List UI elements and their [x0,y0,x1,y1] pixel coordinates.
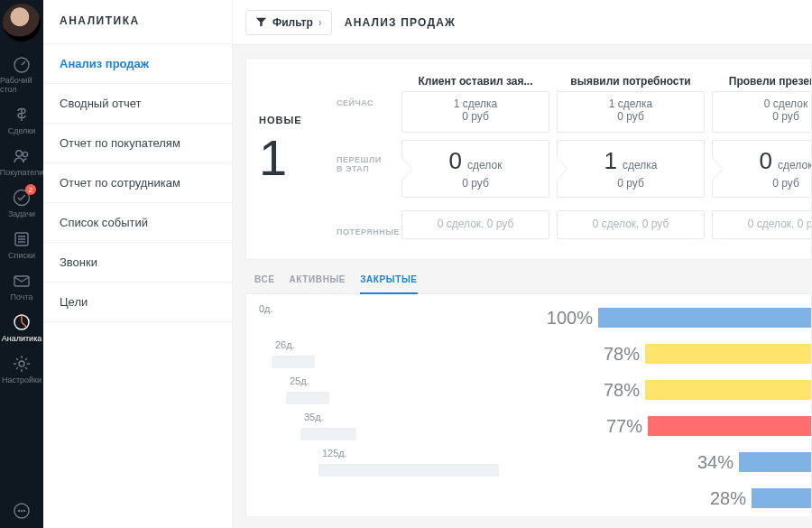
content: НОВЫЕ 1 СЕЙЧАС ПЕРЕШЛИ В ЭТАП ПОТЕРЯННЫЕ… [233,45,812,528]
nav-item-2[interactable]: Покупатели [0,141,43,182]
now-deals: 1 сделка [402,97,549,110]
nav-chat[interactable] [0,496,43,528]
stage-title: Провели презентац... [712,75,811,91]
funnel-step [272,356,315,368]
sidebar-item-5[interactable]: Звонки [43,243,232,283]
funnel-bar [648,416,811,436]
stage-lost-tile[interactable]: 0 сделок, 0 руб [401,210,549,239]
lost-text: 0 сделок, 0 руб [438,218,514,230]
moved-rub: 0 руб [558,177,704,190]
lost-text: 0 сделок, 0 руб [748,218,811,230]
stage-moved-tile[interactable]: 0сделок0 руб [401,140,549,198]
dollar-icon [12,105,32,125]
nav-label: Покупатели [0,168,43,177]
moved-rub: 0 руб [713,177,811,190]
nav-item-5[interactable]: Почта [0,265,43,307]
sidebar-item-3[interactable]: Отчет по сотрудникам [43,163,232,203]
svg-point-10 [22,511,23,512]
analytics-icon [12,312,32,332]
funnel-bar [645,344,811,364]
now-deals: 1 сделка [558,97,704,110]
nav-label: Рабочий стол [0,76,43,94]
funnel-step [318,464,499,477]
nav-label: Настройки [2,375,42,384]
settings-icon [12,354,32,374]
funnel-icon [255,16,267,28]
sidebar-item-2[interactable]: Отчет по покупателям [43,124,232,163]
new-count: 1 [259,133,337,183]
moved-unit: сделка [623,159,657,171]
funnel-days: 26д. [275,339,295,350]
tab-0[interactable]: ВСЕ [254,274,275,288]
sidebar-item-1[interactable]: Сводный отчет [43,84,232,124]
nav-item-7[interactable]: Настройки [0,348,43,390]
svg-point-9 [19,511,20,512]
moved-count: 1 [604,147,617,175]
sidebar: АНАЛИТИКА Анализ продажСводный отчетОтче… [43,0,233,528]
svg-point-1 [16,151,22,156]
funnel-pct: 28% [710,488,746,509]
stage-1: выявили потребности1 сделка0 руб1сделка0… [557,75,705,245]
funnel-pct: 78% [604,380,640,401]
nav-label: Почта [11,292,33,301]
stage-title: выявили потребности [557,75,705,91]
filter-button[interactable]: Фильтр › [245,10,332,35]
nav-item-0[interactable]: Рабочий стол [0,49,43,99]
chevron-right-icon: › [318,16,322,29]
stage-lost-tile[interactable]: 0 сделок, 0 руб [557,210,705,239]
row-now-label: СЕЙЧАС [337,98,401,107]
stage-now-tile[interactable]: 1 сделка0 руб [557,91,705,133]
pipeline-card: НОВЫЕ 1 СЕЙЧАС ПЕРЕШЛИ В ЭТАП ПОТЕРЯННЫЕ… [245,58,812,260]
moved-unit: сделок [467,159,502,171]
avatar[interactable] [3,4,41,42]
svg-point-2 [23,152,27,156]
sidebar-title: АНАЛИТИКА [43,0,232,44]
stage-0: Клиент оставил зая...1 сделка0 руб0сдело… [401,75,549,245]
stage-now-tile[interactable]: 1 сделка0 руб [401,91,549,133]
main: Фильтр › АНАЛИЗ ПРОДАЖ НОВЫЕ 1 СЕЙЧАС ПЕ… [233,0,812,528]
funnel-days: 25д. [290,375,309,386]
nav-rail: Рабочий столСделкиПокупателиЗадачи2Списк… [0,0,43,528]
stage-title: Клиент оставил зая... [401,75,549,91]
sidebar-item-6[interactable]: Цели [43,283,232,322]
filter-label: Фильтр [272,16,313,29]
moved-unit: сделок [778,159,811,171]
tab-2[interactable]: ЗАКРЫТЫЕ [360,274,417,294]
users-icon [12,146,32,166]
stage-lost-tile[interactable]: 0 сделок, 0 руб [712,210,811,239]
funnel-step [300,428,356,440]
stage-moved-tile[interactable]: 1сделка0 руб [557,140,705,198]
mail-icon [12,271,32,291]
tab-1[interactable]: АКТИВНЫЕ [290,274,346,288]
row-moved-label-2: В ЭТАП [337,164,401,173]
stage-2: Провели презентац...0 сделок0 руб0сделок… [712,75,811,245]
funnel-pct: 34% [697,452,734,473]
svg-point-11 [24,511,25,512]
funnel-row-5: 28% [255,480,811,516]
nav-badge: 2 [25,184,36,195]
sidebar-item-4[interactable]: Список событий [43,203,232,243]
funnel-step [286,392,329,404]
gauge-icon [12,54,32,74]
funnel-row-4: 125д.34% [255,444,811,480]
moved-rub: 0 руб [402,177,549,190]
now-rub: 0 руб [558,110,704,123]
funnel-row-3: 35д.77% [255,408,811,444]
nav-item-3[interactable]: Задачи2 [0,182,43,224]
funnel-bar [739,452,811,472]
stage-now-tile[interactable]: 0 сделок0 руб [712,91,811,133]
nav-item-4[interactable]: Списки [0,224,43,265]
nav-label: Сделки [8,126,36,135]
nav-item-6[interactable]: Аналитика [0,307,43,348]
funnel-bar [752,488,811,508]
now-rub: 0 руб [713,110,811,123]
funnel-row-1: 26д.78% [255,336,811,372]
funnel-chart: 0д.100%26д.78%25д.78%35д.77%125д.34%28% [245,294,812,516]
stage-moved-tile[interactable]: 0сделок0 руб [712,140,811,198]
stages-wrap: Клиент оставил зая...1 сделка0 руб0сдело… [401,75,811,245]
funnel-pct: 77% [606,416,642,437]
nav-label: Списки [8,251,35,260]
sidebar-item-0[interactable]: Анализ продаж [43,44,232,84]
nav-item-1[interactable]: Сделки [0,99,43,141]
list-icon [12,229,32,249]
